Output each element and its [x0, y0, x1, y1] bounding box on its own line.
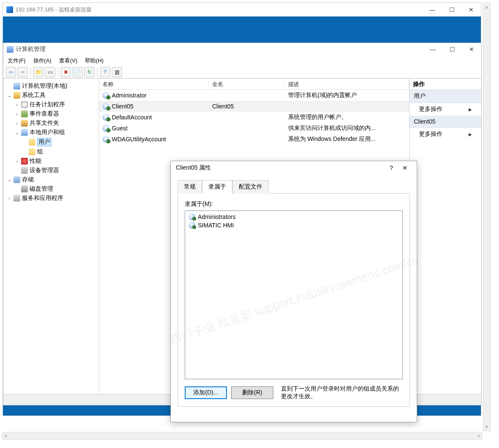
nav-forward-button[interactable]: ⇨	[18, 67, 28, 77]
user-row[interactable]: Client05 Client05	[99, 101, 409, 112]
delete-button[interactable]: ✖	[61, 67, 71, 77]
tree-shared-folders[interactable]: ›共享文件夹	[5, 119, 97, 128]
properties-button[interactable]: 📄	[73, 67, 83, 77]
up-level-button[interactable]: 📁	[33, 67, 43, 77]
nav-back-button[interactable]: ⇦	[6, 67, 16, 77]
scroll-down-icon[interactable]: v	[486, 424, 488, 429]
horizontal-scrollbar[interactable]: <>	[3, 432, 482, 440]
member-of-label: 隶属于(M):	[185, 200, 403, 208]
chevron-right-icon: ▶	[469, 132, 472, 137]
dialog-buttons: 添加(D)... 删除(R) 直到下一次用户登录时对用户的组成员关系的更改才生效…	[185, 385, 403, 400]
user-icon	[102, 136, 109, 143]
menu-view[interactable]: 查看(V)	[59, 57, 77, 65]
dialog-title: Client05 属性	[176, 164, 211, 172]
users-list-body: Administrator 管理计算机(域)的内置帐户 Client05 Cli…	[99, 90, 409, 145]
action-group-users[interactable]: 用户	[410, 90, 481, 103]
member-list[interactable]: Administrators SIMATIC HMI	[185, 211, 403, 379]
tree-users[interactable]: 用户	[5, 137, 97, 147]
help-button[interactable]: ?	[100, 67, 110, 77]
actions-header: 操作	[410, 79, 481, 90]
user-row[interactable]: Administrator 管理计算机(域)的内置帐户	[99, 90, 409, 101]
users-list-header[interactable]: 名称 全名 描述	[99, 79, 409, 90]
col-name[interactable]: 名称	[99, 79, 209, 89]
tab-panel-member-of: 隶属于(M): Administrators SIMATIC HMI 西门子业 …	[178, 194, 410, 407]
mmc-maximize-button[interactable]: ☐	[442, 43, 462, 56]
show-hide-tree-button[interactable]: ▭	[45, 67, 55, 77]
group-icon	[189, 213, 195, 220]
user-icon	[102, 114, 109, 121]
scroll-right-icon[interactable]: >	[477, 434, 480, 438]
menu-file[interactable]: 文件(F)	[8, 57, 26, 65]
dialog-help-button[interactable]: ?	[385, 161, 398, 175]
mmc-menubar: 文件(F) 操作(A) 查看(V) 帮助(H)	[3, 56, 481, 66]
action-more-users[interactable]: 更多操作▶	[410, 103, 481, 116]
user-row[interactable]: WDAGUtilityAccount 系统为 Windows Defender …	[99, 134, 409, 145]
group-item[interactable]: SIMATIC HMI	[187, 221, 401, 229]
tree-performance[interactable]: ›性能	[5, 157, 97, 166]
tree-event-viewer[interactable]: ›事件查看器	[5, 109, 97, 119]
dialog-note: 直到下一次用户登录时对用户的组成员关系的更改才生效。	[281, 385, 403, 400]
vertical-scrollbar[interactable]: ʌv	[483, 3, 491, 431]
mmc-minimize-button[interactable]: —	[423, 43, 442, 56]
dialog-body: 常规 隶属于 配置文件 隶属于(M): Administrators SIMAT…	[171, 175, 417, 410]
rdp-close-button[interactable]: ✕	[461, 3, 481, 16]
col-description[interactable]: 描述	[285, 79, 409, 89]
view-button[interactable]: ▥	[112, 67, 122, 77]
action-group-selected[interactable]: Client05	[410, 116, 481, 128]
mmc-title: 计算机管理	[16, 46, 46, 53]
group-item[interactable]: Administrators	[187, 213, 401, 221]
user-row[interactable]: Guest 供来宾访问计算机或访问域的内...	[99, 123, 409, 134]
group-icon	[189, 222, 195, 229]
user-icon	[102, 125, 109, 132]
tree-disk-management[interactable]: 磁盘管理	[5, 184, 97, 194]
tab-member-of[interactable]: 隶属于	[202, 180, 232, 194]
dialog-tabs: 常规 隶属于 配置文件	[178, 180, 410, 194]
rdp-title: 192.168.77.185 - 远程桌面连接	[16, 6, 92, 13]
dialog-close-button[interactable]: ✕	[398, 161, 412, 175]
tab-profile[interactable]: 配置文件	[232, 180, 269, 194]
tree-system-tools[interactable]: ⌄系统工具	[5, 91, 97, 100]
menu-action[interactable]: 操作(A)	[33, 57, 51, 65]
menu-help[interactable]: 帮助(H)	[85, 57, 103, 65]
navigation-tree[interactable]: 计算机管理(本地) ⌄系统工具 ›任务计划程序 ›事件查看器 ›共享文件夹 ⌄本…	[3, 79, 99, 405]
rdp-icon	[6, 6, 13, 13]
tree-storage[interactable]: ⌄存储	[5, 175, 97, 184]
user-properties-dialog: Client05 属性 ? ✕ 常规 隶属于 配置文件 隶属于(M): Admi…	[170, 161, 417, 422]
mmc-titlebar[interactable]: 计算机管理 — ☐ ✕	[3, 43, 481, 56]
add-button[interactable]: 添加(D)...	[185, 386, 227, 399]
user-row[interactable]: DefaultAccount 系统管理的用户帐户。	[99, 112, 409, 123]
tree-root[interactable]: 计算机管理(本地)	[5, 81, 97, 91]
scroll-up-icon[interactable]: ʌ	[486, 5, 488, 9]
rdp-titlebar[interactable]: 192.168.77.185 - 远程桌面连接 — ☐ ✕	[3, 3, 481, 16]
actions-panel: 操作 用户 更多操作▶ Client05 更多操作▶	[410, 79, 481, 405]
mmc-toolbar: ⇦ ⇨ 📁 ▭ ✖ 📄 ↻ ? ▥	[3, 66, 481, 78]
tree-services-apps[interactable]: ›服务和应用程序	[5, 194, 97, 203]
computer-management-icon	[7, 46, 13, 53]
col-fullname[interactable]: 全名	[209, 79, 285, 89]
chevron-right-icon: ▶	[469, 107, 472, 112]
tree-local-users-groups[interactable]: ⌄本地用户和组	[5, 128, 97, 137]
user-icon	[102, 92, 109, 99]
tree-task-scheduler[interactable]: ›任务计划程序	[5, 100, 97, 109]
scroll-left-icon[interactable]: <	[5, 434, 7, 438]
rdp-maximize-button[interactable]: ☐	[442, 3, 461, 16]
tree-groups[interactable]: 组	[5, 147, 97, 157]
remove-button[interactable]: 删除(R)	[231, 386, 273, 399]
tree-device-manager[interactable]: 设备管理器	[5, 166, 97, 175]
mmc-close-button[interactable]: ✕	[462, 43, 481, 56]
user-icon	[102, 103, 109, 110]
refresh-button[interactable]: ↻	[84, 67, 94, 77]
dialog-titlebar[interactable]: Client05 属性 ? ✕	[171, 161, 417, 175]
tab-general[interactable]: 常规	[178, 180, 202, 194]
action-more-selected[interactable]: 更多操作▶	[410, 128, 481, 140]
rdp-minimize-button[interactable]: —	[423, 3, 442, 16]
